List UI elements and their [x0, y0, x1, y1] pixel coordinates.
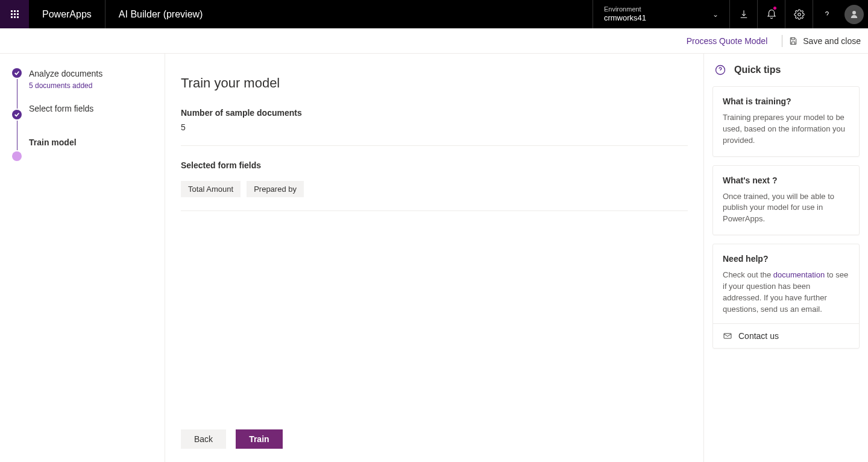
selected-fields-label: Selected form fields [181, 160, 688, 170]
person-icon [849, 9, 860, 20]
environment-label: Environment [604, 5, 646, 13]
download-button[interactable] [729, 0, 757, 28]
contact-us-link[interactable]: Contact us [713, 323, 859, 348]
step-1-title: Analyze documents [29, 68, 102, 79]
environment-selector[interactable]: Environment crmworks41 ⌄ [593, 0, 729, 28]
divider [181, 210, 688, 211]
waffle-icon [11, 10, 19, 18]
model-name-link[interactable]: Process Quote Model [687, 36, 768, 46]
avatar [844, 5, 864, 24]
quick-tips-panel: Quick tips What is training? Training pr… [704, 54, 868, 462]
settings-button[interactable] [785, 0, 813, 28]
tip-body: Check out the documentation to see if yo… [723, 270, 849, 315]
top-bar: PowerApps AI Builder (preview) Environme… [0, 0, 868, 28]
step-1-subtitle: 5 documents added [29, 81, 102, 90]
save-and-close-button[interactable]: Save and close [788, 36, 861, 46]
tip-heading: What is training? [723, 97, 849, 106]
save-and-close-label: Save and close [803, 36, 861, 46]
chip-prepared-by: Prepared by [247, 181, 304, 197]
step-1-icon [12, 68, 22, 78]
svg-point-0 [797, 13, 800, 16]
svg-rect-2 [724, 334, 731, 338]
back-button[interactable]: Back [181, 429, 226, 449]
step-2-title: Select form fields [29, 103, 102, 114]
account-button[interactable] [840, 0, 868, 28]
tip-body: Training prepares your model to be used,… [723, 112, 849, 147]
app-launcher-button[interactable] [0, 0, 29, 28]
mail-icon [723, 331, 732, 341]
wizard-steps: Analyze documents 5 documents added Sele… [0, 54, 165, 462]
tip-body: Once trained, you will be able to publis… [723, 191, 849, 226]
quick-tips-title: Quick tips [734, 65, 781, 75]
sample-documents-label: Number of sample documents [181, 108, 688, 118]
environment-name: crmworks41 [604, 13, 646, 23]
footer-actions: Back Train [165, 419, 703, 462]
sample-documents-value: 5 [181, 122, 688, 132]
tip-heading: Need help? [723, 254, 849, 264]
train-button[interactable]: Train [236, 429, 282, 449]
chevron-down-icon: ⌄ [712, 10, 719, 19]
documentation-link[interactable]: documentation [773, 270, 825, 279]
step-analyze-documents[interactable]: Analyze documents 5 documents added [29, 68, 102, 103]
contact-us-label: Contact us [738, 331, 779, 341]
check-icon [14, 112, 20, 118]
step-2-icon [12, 110, 22, 119]
divider [181, 145, 688, 146]
selected-fields-chips: Total Amount Prepared by [181, 181, 688, 197]
help-button[interactable] [813, 0, 840, 28]
tip-card-whats-next: What's next ? Once trained, you will be … [712, 165, 860, 236]
tip-heading: What's next ? [723, 176, 849, 185]
notification-dot [773, 6, 777, 10]
check-icon [14, 70, 20, 76]
bell-icon [766, 9, 777, 20]
chip-total-amount: Total Amount [181, 181, 241, 197]
step-train-model[interactable]: Train model [29, 137, 102, 161]
tip-card-need-help: Need help? Check out the documentation t… [712, 244, 860, 349]
tip-card-training: What is training? Training prepares your… [712, 86, 860, 157]
step-3-icon [12, 151, 22, 161]
page-title: AI Builder (preview) [105, 0, 216, 28]
main-panel: Train your model Number of sample docume… [165, 54, 704, 462]
notifications-button[interactable] [757, 0, 785, 28]
save-icon [788, 36, 798, 46]
question-icon [822, 9, 832, 20]
separator [782, 35, 782, 47]
gear-icon [794, 9, 805, 20]
download-icon [738, 9, 749, 20]
step-select-form-fields[interactable]: Select form fields [29, 103, 102, 137]
subheader: Process Quote Model Save and close [0, 28, 868, 54]
brand-label: PowerApps [29, 0, 105, 28]
question-icon [715, 65, 726, 75]
step-3-title: Train model [29, 137, 102, 148]
main-heading: Train your model [181, 75, 688, 91]
